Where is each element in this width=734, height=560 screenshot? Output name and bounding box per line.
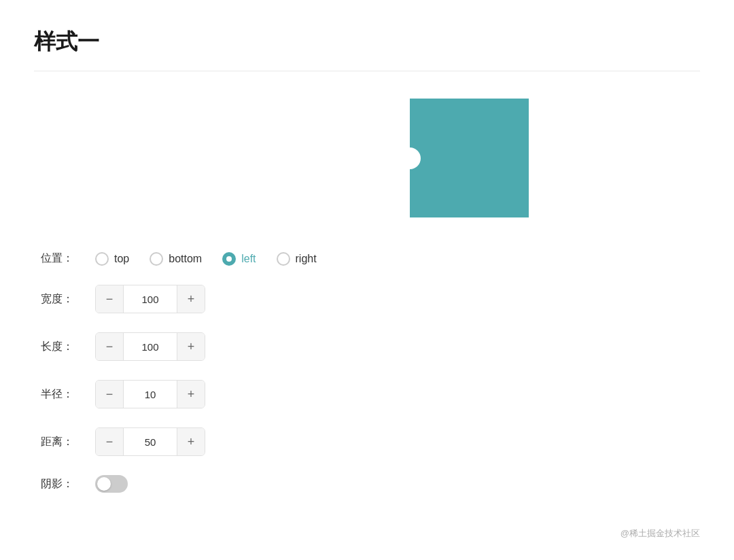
radio-right[interactable]: right	[277, 252, 317, 266]
width-label: 宽度：	[41, 292, 82, 307]
radio-label-left: left	[241, 253, 256, 265]
radio-label-top: top	[114, 253, 129, 265]
width-row: 宽度： − +	[41, 285, 700, 313]
distance-value-input[interactable]	[123, 428, 177, 455]
radio-circle-left	[222, 252, 236, 266]
radio-top[interactable]: top	[95, 252, 129, 266]
page-title: 样式一	[34, 27, 700, 57]
preview-area	[34, 99, 700, 217]
radius-value-input[interactable]	[123, 381, 177, 408]
shadow-toggle[interactable]	[95, 475, 128, 493]
height-value-input[interactable]	[123, 333, 177, 360]
radio-left[interactable]: left	[222, 252, 256, 266]
height-row: 长度： − +	[41, 332, 700, 361]
distance-decrement-button[interactable]: −	[96, 428, 123, 455]
radio-circle-right	[277, 252, 290, 266]
controls-section: 位置： top bottom left right	[34, 251, 700, 493]
position-radio-group: top bottom left right	[95, 252, 317, 266]
shadow-row: 阴影：	[41, 475, 700, 493]
radio-circle-bottom	[150, 252, 163, 266]
height-label: 长度：	[41, 340, 82, 354]
radius-stepper: − +	[95, 380, 205, 408]
position-label: 位置：	[41, 251, 82, 266]
radio-bottom[interactable]: bottom	[150, 252, 202, 266]
shadow-label: 阴影：	[41, 477, 82, 491]
radius-row: 半径： − +	[41, 380, 700, 408]
height-stepper: − +	[95, 332, 205, 361]
height-increment-button[interactable]: +	[177, 333, 205, 360]
position-row: 位置： top bottom left right	[41, 251, 700, 266]
radio-label-right: right	[296, 253, 317, 265]
footer-text: @稀土掘金技术社区	[621, 527, 700, 540]
width-increment-button[interactable]: +	[177, 285, 205, 313]
radius-decrement-button[interactable]: −	[96, 381, 123, 408]
page-container: 样式一 位置： top bottom left	[0, 0, 734, 520]
width-stepper: − +	[95, 285, 205, 313]
distance-row: 距离： − +	[41, 427, 700, 456]
width-value-input[interactable]	[123, 285, 177, 313]
radio-circle-top	[95, 252, 109, 266]
height-decrement-button[interactable]: −	[96, 333, 123, 360]
distance-increment-button[interactable]: +	[177, 428, 205, 455]
distance-label: 距离：	[41, 435, 82, 449]
width-decrement-button[interactable]: −	[96, 285, 123, 313]
radius-label: 半径：	[41, 387, 82, 402]
radio-label-bottom: bottom	[169, 253, 202, 265]
ticket-preview	[410, 99, 529, 217]
distance-stepper: − +	[95, 427, 205, 456]
divider	[34, 71, 700, 71]
radius-increment-button[interactable]: +	[177, 381, 205, 408]
